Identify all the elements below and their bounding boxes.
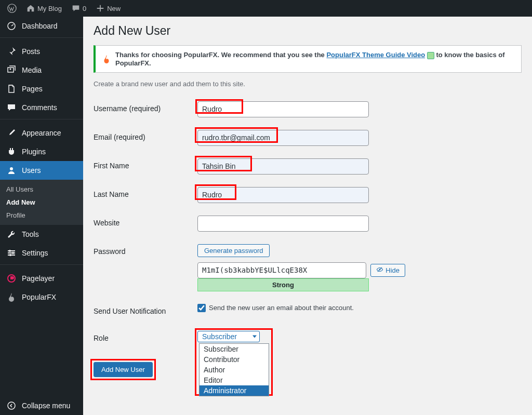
sidebar-item-settings[interactable]: Settings bbox=[0, 244, 83, 262]
site-name-menu[interactable]: My Blog bbox=[23, 4, 65, 13]
svg-point-7 bbox=[9, 250, 11, 252]
plus-icon bbox=[96, 4, 105, 13]
last-name-label: Last Name bbox=[94, 181, 197, 209]
comment-count: 0 bbox=[83, 5, 86, 12]
submenu-add-new[interactable]: Add New bbox=[0, 196, 83, 209]
first-name-input[interactable] bbox=[197, 158, 369, 175]
username-input[interactable] bbox=[197, 101, 369, 117]
user-form: Username (required) Email (required) bbox=[94, 95, 522, 352]
email-input[interactable] bbox=[197, 130, 369, 146]
svg-point-9 bbox=[9, 254, 11, 256]
comments-icon bbox=[6, 102, 17, 113]
flame-icon bbox=[102, 54, 111, 63]
pagelayer-icon bbox=[6, 273, 17, 284]
sidebar-item-dashboard[interactable]: Dashboard bbox=[0, 17, 83, 35]
plug-icon bbox=[6, 146, 17, 157]
sidebar-item-users[interactable]: Users bbox=[0, 161, 83, 180]
wp-logo-menu[interactable] bbox=[4, 4, 20, 13]
role-option-administrator[interactable]: Administrator bbox=[200, 385, 269, 396]
svg-point-0 bbox=[8, 4, 16, 12]
role-dropdown: Subscriber Contributor Author Editor Adm… bbox=[199, 343, 269, 396]
admin-sidebar: Dashboard Posts Media Pages Comments App… bbox=[0, 17, 83, 415]
notify-label: Send User Notification bbox=[94, 298, 197, 325]
wordpress-icon bbox=[7, 4, 17, 13]
submenu-profile[interactable]: Profile bbox=[0, 209, 83, 222]
website-label: Website bbox=[94, 209, 197, 238]
role-label: Role bbox=[94, 325, 197, 352]
hide-password-button[interactable]: Hide bbox=[370, 264, 405, 277]
sidebar-item-plugins[interactable]: Plugins bbox=[0, 142, 83, 161]
password-label: Password bbox=[94, 238, 197, 298]
sidebar-users-submenu: All Users Add New Profile bbox=[0, 180, 83, 225]
first-name-label: First Name bbox=[94, 152, 197, 181]
new-label: New bbox=[107, 5, 121, 12]
email-label: Email (required) bbox=[94, 124, 197, 152]
role-select[interactable]: Subscriber bbox=[197, 331, 260, 342]
sidebar-collapse-menu[interactable]: Collapse menu bbox=[0, 396, 83, 415]
sidebar-item-popularfx[interactable]: PopularFX bbox=[0, 288, 83, 306]
password-strength: Strong bbox=[197, 278, 369, 291]
last-name-input[interactable] bbox=[197, 187, 369, 203]
role-option-subscriber[interactable]: Subscriber bbox=[200, 344, 269, 354]
sidebar-item-media[interactable]: Media bbox=[0, 61, 83, 79]
role-option-contributor[interactable]: Contributor bbox=[200, 354, 269, 365]
popularfx-notice: Thanks for choosing PopularFX. We recomm… bbox=[94, 45, 522, 73]
settings-icon bbox=[6, 248, 17, 258]
password-input[interactable] bbox=[197, 262, 366, 278]
svg-point-2 bbox=[10, 69, 11, 70]
wrench-icon bbox=[6, 229, 17, 239]
svg-point-11 bbox=[8, 402, 15, 409]
sidebar-item-pagelayer[interactable]: Pagelayer bbox=[0, 269, 83, 288]
video-icon bbox=[427, 52, 434, 59]
pin-icon bbox=[6, 46, 17, 57]
notice-text: Thanks for choosing PopularFX. We recomm… bbox=[115, 51, 515, 67]
eye-slash-icon bbox=[376, 266, 383, 275]
site-name-label: My Blog bbox=[37, 5, 62, 12]
sidebar-item-appearance[interactable]: Appearance bbox=[0, 124, 83, 142]
submenu-all-users[interactable]: All Users bbox=[0, 183, 83, 196]
sidebar-item-comments[interactable]: Comments bbox=[0, 98, 83, 117]
sidebar-item-posts[interactable]: Posts bbox=[0, 42, 83, 61]
sidebar-item-tools[interactable]: Tools bbox=[0, 225, 83, 244]
notice-link[interactable]: PopularFX Theme Guide Video bbox=[326, 51, 425, 59]
flame-icon bbox=[6, 292, 17, 302]
main-content: Add New User Thanks for choosing Popular… bbox=[83, 17, 532, 415]
add-new-user-button[interactable]: Add New User bbox=[94, 362, 153, 377]
svg-point-3 bbox=[10, 167, 13, 170]
admin-toolbar: My Blog 0 New bbox=[0, 0, 532, 17]
collapse-icon bbox=[6, 400, 17, 411]
role-option-editor[interactable]: Editor bbox=[200, 375, 269, 385]
generate-password-button[interactable]: Generate password bbox=[197, 244, 270, 257]
page-description: Create a brand new user and add them to … bbox=[94, 80, 522, 88]
users-icon bbox=[6, 165, 17, 176]
website-input[interactable] bbox=[197, 216, 369, 232]
comment-icon bbox=[71, 4, 81, 13]
username-label: Username (required) bbox=[94, 95, 197, 124]
comments-menu[interactable]: 0 bbox=[68, 4, 89, 13]
notify-checkbox[interactable] bbox=[197, 304, 206, 312]
media-icon bbox=[6, 65, 17, 75]
new-content-menu[interactable]: New bbox=[92, 4, 124, 13]
pages-icon bbox=[6, 84, 17, 94]
active-arrow-icon bbox=[83, 166, 87, 175]
svg-point-8 bbox=[12, 252, 14, 254]
page-title: Add New User bbox=[94, 24, 522, 38]
home-icon bbox=[26, 4, 35, 13]
brush-icon bbox=[6, 128, 17, 138]
role-option-author[interactable]: Author bbox=[200, 365, 269, 375]
dashboard-icon bbox=[6, 21, 17, 31]
sidebar-item-pages[interactable]: Pages bbox=[0, 79, 83, 98]
notify-checkbox-label[interactable]: Send the new user an email about their a… bbox=[197, 304, 354, 312]
